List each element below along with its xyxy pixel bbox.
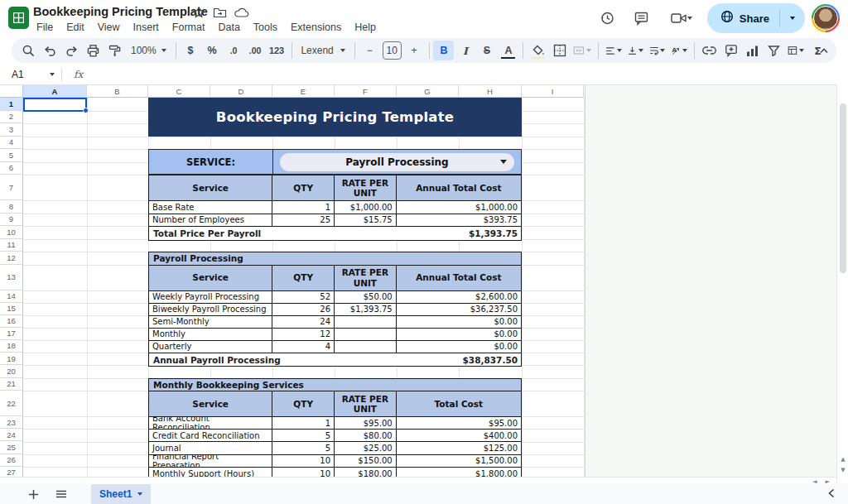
column-header-E[interactable]: E [272,85,335,98]
row-header-22[interactable]: 22 [0,391,23,416]
row-header-12[interactable]: 12 [0,252,23,265]
service-dropdown[interactable]: Payroll Processing [280,153,514,171]
text-color-button[interactable]: A [498,41,518,60]
cell[interactable]: Total Price Per Payroll [149,227,397,240]
account-avatar[interactable] [812,4,840,32]
name-box[interactable]: A1 [0,69,61,80]
cell[interactable]: $1,800.00 [397,468,521,477]
cell[interactable]: 10 [272,468,335,477]
row-header-1[interactable]: 1 [0,98,23,111]
cell[interactable]: RATE PER UNIT [335,175,397,200]
cell[interactable]: Bank Account Reconciliation [149,417,272,429]
sheets-logo-icon[interactable] [8,7,29,29]
cell[interactable]: 26 [272,304,335,315]
cell[interactable]: $393.75 [397,214,521,227]
column-header-H[interactable]: H [459,85,522,98]
cell[interactable]: Financial Report Preparation [149,455,272,467]
cell[interactable]: Semi-Monthly [149,316,272,328]
create-filter-icon[interactable] [764,41,784,60]
cell[interactable]: $1,500.00 [397,455,521,467]
zoom-select[interactable]: 100% [126,41,171,60]
cell[interactable]: $150.00 [335,455,397,467]
text-wrap-icon[interactable] [647,41,668,60]
cell[interactable]: $2,600.00 [397,291,521,303]
sheet-tab-active[interactable]: Sheet1 [91,484,151,504]
fill-handle[interactable] [83,108,89,113]
cell[interactable]: $25.00 [335,442,397,454]
menu-extensions[interactable]: Extensions [284,19,348,36]
vertical-scrollbar-thumb[interactable] [840,103,846,273]
column-header-C[interactable]: C [148,85,210,98]
menu-tools[interactable]: Tools [247,19,284,36]
insert-chart-icon[interactable] [742,41,763,60]
service-label[interactable]: SERVICE: [149,150,273,174]
row-header-20[interactable]: 20 [0,365,23,378]
row-header-2[interactable]: 2 [0,111,23,124]
cell[interactable]: Number of Employees [149,214,272,227]
cell[interactable]: QTY [272,175,335,200]
cell[interactable]: Annual Total Cost [397,175,521,200]
cell[interactable]: 25 [272,214,335,227]
cell[interactable]: 1 [272,417,335,429]
cell[interactable]: $38,837.50 [397,353,521,366]
cell[interactable]: $1,000.00 [397,201,521,214]
format-currency-button[interactable]: $ [181,41,201,60]
bold-button[interactable]: B [433,41,454,60]
scroll-up-icon[interactable]: ▲ [837,454,848,464]
font-size-input[interactable]: 10 [383,41,402,60]
print-icon[interactable] [83,41,104,60]
row-header-18[interactable]: 18 [0,340,23,353]
cell[interactable]: $1,393.75 [335,304,397,315]
share-caret-button[interactable] [780,3,805,33]
cell[interactable]: RATE PER UNIT [335,391,397,416]
redo-icon[interactable] [61,41,82,60]
row-header-26[interactable]: 26 [0,454,23,467]
cell[interactable]: 5 [272,430,335,441]
cell[interactable]: $15.75 [335,214,397,227]
cell[interactable]: $0.00 [397,329,521,340]
cell[interactable]: QTY [272,391,335,416]
fill-color-icon[interactable] [528,41,548,60]
cell[interactable]: $0.00 [397,341,521,353]
vertical-scrollbar[interactable]: ▲ ▼ [836,85,848,484]
column-header-B[interactable]: B [87,85,148,98]
column-header-I[interactable]: I [522,85,584,98]
menu-view[interactable]: View [91,19,127,36]
column-header-G[interactable]: G [397,85,459,98]
cell[interactable]: $180.00 [335,468,397,477]
cell[interactable] [335,341,397,353]
insert-link-icon[interactable] [699,41,720,60]
row-header-13[interactable]: 13 [0,265,23,290]
cell[interactable]: QTY [272,266,335,290]
cell[interactable]: Quarterly [149,341,272,353]
cell[interactable]: Weekly Payroll Processing [149,291,272,303]
cell[interactable] [335,329,397,340]
menu-data[interactable]: Data [211,19,246,36]
search-menus-icon[interactable] [18,41,39,60]
text-rotation-icon[interactable]: A [668,41,690,60]
font-select[interactable]: Lexend [296,41,350,60]
cell[interactable]: 52 [272,291,335,303]
scroll-down-icon[interactable]: ▼ [837,465,848,475]
select-all-corner[interactable] [0,85,23,98]
row-header-4[interactable]: 4 [0,137,23,150]
row-header-16[interactable]: 16 [0,315,23,328]
row-header-23[interactable]: 23 [0,416,23,429]
borders-icon[interactable] [549,41,570,60]
cell[interactable]: Credit Card Reconciliation [149,430,272,441]
cell[interactable]: $1,393.75 [397,227,521,240]
increase-decimals-button[interactable]: .00 [245,41,266,60]
undo-icon[interactable] [40,41,60,60]
menu-format[interactable]: Format [166,19,212,36]
more-formats-button[interactable]: 123 [267,41,287,60]
cell[interactable]: Monthly Support (Hours) [149,468,272,477]
row-header-7[interactable]: 7 [0,175,23,200]
version-history-icon[interactable] [593,4,621,32]
cell[interactable]: 24 [272,316,335,328]
row-header-19[interactable]: 19 [0,353,23,365]
add-sheet-icon[interactable] [22,484,45,504]
column-header-F[interactable]: F [335,85,397,98]
insert-comment-icon[interactable] [720,41,741,60]
cell[interactable]: $400.00 [397,430,521,441]
table-title[interactable]: Payroll Processing [149,252,521,266]
